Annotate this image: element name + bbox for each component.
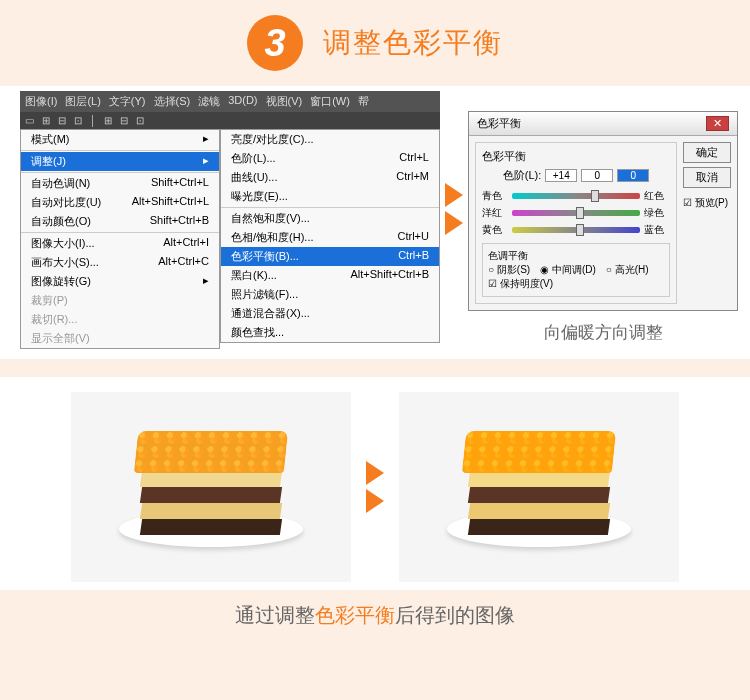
- step-header: 3 调整色彩平衡: [0, 0, 750, 86]
- slider-row[interactable]: 青色红色: [482, 189, 670, 203]
- menu-adjustments[interactable]: 调整(J)▸: [21, 152, 219, 171]
- menu-item[interactable]: 通道混合器(X)...: [221, 304, 439, 323]
- dialog-titlebar[interactable]: 色彩平衡 ✕: [469, 112, 737, 136]
- image-after: [399, 392, 679, 582]
- menu-item[interactable]: 自动对比度(U)Alt+Shift+Ctrl+L: [21, 193, 219, 212]
- dialog-column: 色彩平衡 ✕ 色彩平衡 色阶(L): 青色红色洋红绿色黄色蓝色 色调平衡 ○ 阴…: [468, 91, 738, 344]
- menu-item: 裁切(R)...: [21, 310, 219, 329]
- preserve-luminosity[interactable]: ☑ 保持明度(V): [488, 277, 664, 291]
- slider-row[interactable]: 洋红绿色: [482, 206, 670, 220]
- tone-radios[interactable]: ○ 阴影(S)◉ 中间调(D)○ 高光(H): [488, 263, 664, 277]
- step-title: 调整色彩平衡: [323, 24, 503, 62]
- menu-item[interactable]: 自动颜色(O)Shift+Ctrl+B: [21, 212, 219, 231]
- menu-item[interactable]: 黑白(K)...Alt+Shift+Ctrl+B: [221, 266, 439, 285]
- menu-dialog-section: 图像(I)图层(L)文字(Y)选择(S)滤镜3D(D)视图(V)窗口(W)帮 ▭…: [0, 86, 750, 359]
- level-1-input[interactable]: [545, 169, 577, 182]
- adjust-warm-caption: 向偏暖方向调整: [468, 321, 738, 344]
- menubar-item[interactable]: 滤镜: [198, 94, 220, 109]
- dialog-title: 色彩平衡: [477, 116, 521, 131]
- menubar-item[interactable]: 图像(I): [25, 94, 57, 109]
- level-2-input[interactable]: [581, 169, 613, 182]
- levels-inputs: 色阶(L):: [482, 168, 670, 183]
- menu-item[interactable]: 颜色查找...: [221, 323, 439, 342]
- menu-item[interactable]: 色相/饱和度(H)...Ctrl+U: [221, 228, 439, 247]
- result-caption: 通过调整色彩平衡后得到的图像: [0, 590, 750, 641]
- image-before: [71, 392, 351, 582]
- menubar-item[interactable]: 视图(V): [266, 94, 303, 109]
- menu-item[interactable]: 色阶(L)...Ctrl+L: [221, 149, 439, 168]
- menu-item: 裁剪(P): [21, 291, 219, 310]
- color-balance-dialog[interactable]: 色彩平衡 ✕ 色彩平衡 色阶(L): 青色红色洋红绿色黄色蓝色 色调平衡 ○ 阴…: [468, 111, 738, 311]
- menu-item[interactable]: 照片滤镜(F)...: [221, 285, 439, 304]
- slider-row[interactable]: 黄色蓝色: [482, 223, 670, 237]
- tone-radio[interactable]: ◉ 中间调(D): [540, 263, 596, 277]
- menubar-item[interactable]: 文字(Y): [109, 94, 146, 109]
- level-3-input[interactable]: [617, 169, 649, 182]
- photoshop-menu: 图像(I)图层(L)文字(Y)选择(S)滤镜3D(D)视图(V)窗口(W)帮 ▭…: [20, 91, 440, 349]
- tone-group-label: 色调平衡: [488, 249, 664, 263]
- menubar-item[interactable]: 窗口(W): [310, 94, 350, 109]
- arrow-right: [445, 181, 463, 237]
- menubar-item[interactable]: 帮: [358, 94, 369, 109]
- image-menu[interactable]: 模式(M)▸ 调整(J)▸ 自动色调(N)Shift+Ctrl+L自动对比度(U…: [20, 129, 220, 349]
- menu-item[interactable]: 自动色调(N)Shift+Ctrl+L: [21, 174, 219, 193]
- tone-radio[interactable]: ○ 高光(H): [606, 263, 649, 277]
- menu-item[interactable]: 曝光度(E)...: [221, 187, 439, 206]
- adjustments-submenu[interactable]: 亮度/对比度(C)...色阶(L)...Ctrl+L曲线(U)...Ctrl+M…: [220, 129, 440, 343]
- before-after-section: [0, 377, 750, 590]
- menubar-item[interactable]: 选择(S): [154, 94, 191, 109]
- ok-button[interactable]: 确定: [683, 142, 731, 163]
- menu-item[interactable]: 曲线(U)...Ctrl+M: [221, 168, 439, 187]
- menu-item[interactable]: 自然饱和度(V)...: [221, 209, 439, 228]
- close-icon[interactable]: ✕: [706, 116, 729, 131]
- step-number-badge: 3: [247, 15, 303, 71]
- preview-checkbox[interactable]: ☑ 预览(P): [683, 196, 731, 210]
- group-label: 色彩平衡: [482, 149, 670, 164]
- menu-item[interactable]: 画布大小(S)...Alt+Ctrl+C: [21, 253, 219, 272]
- cancel-button[interactable]: 取消: [683, 167, 731, 188]
- menu-item: 显示全部(V): [21, 329, 219, 348]
- tone-radio[interactable]: ○ 阴影(S): [488, 263, 530, 277]
- app-menubar[interactable]: 图像(I)图层(L)文字(Y)选择(S)滤镜3D(D)视图(V)窗口(W)帮: [20, 91, 440, 112]
- menu-item[interactable]: 色彩平衡(B)...Ctrl+B: [221, 247, 439, 266]
- app-toolbar: ▭⊞⊟⊡│⊞⊟⊡: [20, 112, 440, 129]
- menubar-item[interactable]: 图层(L): [65, 94, 100, 109]
- menu-item[interactable]: 亮度/对比度(C)...: [221, 130, 439, 149]
- menu-item[interactable]: 图像旋转(G)▸: [21, 272, 219, 291]
- menu-item[interactable]: 图像大小(I)...Alt+Ctrl+I: [21, 234, 219, 253]
- menubar-item[interactable]: 3D(D): [228, 94, 257, 109]
- arrow-right: [366, 459, 384, 515]
- menu-mode[interactable]: 模式(M)▸: [21, 130, 219, 149]
